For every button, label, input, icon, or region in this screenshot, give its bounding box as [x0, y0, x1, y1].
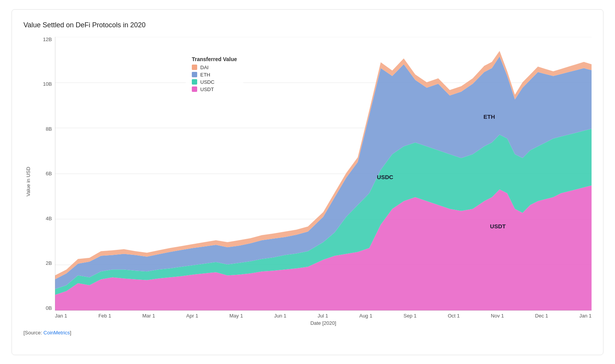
x-tick-mar1: Mar 1 [142, 313, 155, 319]
chart-inner: 0B 2B 4B 6B 8B 10B 12B [36, 37, 592, 326]
x-tick-dec1: Dec 1 [535, 313, 548, 319]
y-axis-label: Value in USD [23, 37, 33, 326]
source-end: ] [70, 330, 71, 336]
x-axis: Jan 1 Feb 1 Mar 1 Apr 1 May 1 Jun 1 Jul … [55, 311, 592, 319]
chart-title: Value Settled on DeFi Protocols in 2020 [23, 21, 592, 29]
eth-label: ETH [484, 113, 495, 120]
y-tick-10b: 10B [36, 81, 55, 86]
x-tick-aug1: Aug 1 [359, 313, 372, 319]
y-tick-6b: 6B [36, 171, 55, 176]
y-tick-4b: 4B [36, 216, 55, 221]
eth-color-swatch [192, 72, 197, 77]
x-axis-label: Date [2020] [55, 320, 592, 326]
source-link[interactable]: CoinMetrics [43, 330, 70, 336]
chart-body: Value in USD 0B 2B 4B 6B 8B 10B 12B [23, 37, 592, 326]
x-tick-apr1: Apr 1 [186, 313, 198, 319]
x-tick-oct1: Oct 1 [448, 313, 460, 319]
usdt-color-swatch [192, 86, 197, 92]
y-axis-ticks: 0B 2B 4B 6B 8B 10B 12B [36, 37, 55, 311]
usdt-label: USDT [490, 223, 506, 229]
x-tick-feb1: Feb 1 [98, 313, 111, 319]
legend-title: Transferred Value [192, 56, 237, 62]
x-tick-sep1: Sep 1 [404, 313, 417, 319]
x-tick-jan1: Jan 1 [55, 313, 67, 319]
chart-legend: Transferred Value DAI ETH USDC [186, 52, 243, 98]
x-tick-nov1: Nov 1 [491, 313, 504, 319]
usdc-color-swatch [192, 79, 197, 85]
dai-color-swatch [192, 65, 197, 70]
x-tick-jan1-end: Jan 1 [579, 313, 592, 319]
legend-usdt: USDT [192, 86, 237, 92]
y-tick-8b: 8B [36, 126, 55, 131]
source-line: [Source: CoinMetrics] [23, 330, 592, 336]
legend-eth: ETH [192, 72, 237, 78]
x-tick-jul1: Jul 1 [317, 313, 328, 319]
x-tick-jun1: Jun 1 [274, 313, 286, 319]
y-tick-2b: 2B [36, 261, 55, 266]
chart-container: Value Settled on DeFi Protocols in 2020 … [12, 9, 603, 355]
eth-legend-label: ETH [200, 72, 210, 78]
usdc-label: USDC [377, 174, 394, 180]
x-tick-may1: May 1 [229, 313, 243, 319]
usdt-legend-label: USDT [200, 86, 214, 92]
legend-usdc: USDC [192, 79, 237, 85]
legend-dai: DAI [192, 65, 237, 70]
usdc-legend-label: USDC [200, 79, 214, 85]
chart-area: ETH USDC USDT Transferred Value DAI ETH [55, 37, 592, 311]
dai-label: DAI [200, 65, 209, 70]
chart-svg [55, 37, 592, 311]
y-tick-0b: 0B [36, 306, 55, 311]
source-text: [Source: [23, 330, 43, 336]
y-tick-12b: 12B [36, 37, 55, 42]
